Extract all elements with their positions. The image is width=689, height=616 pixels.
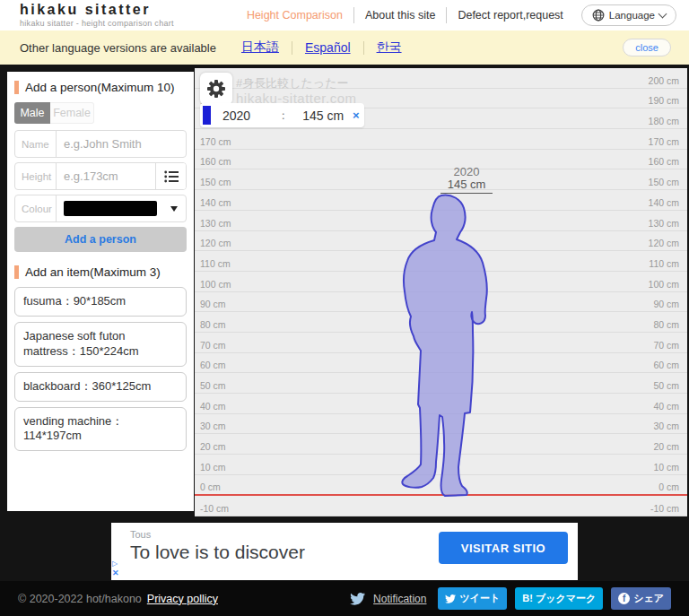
logo-subtitle: hikaku sitatter - height comparison char… [20, 19, 174, 28]
gender-toggle: Male Female [14, 102, 187, 124]
ruler-label-right: -10 cm [650, 503, 679, 514]
add-person-button[interactable]: Add a person [14, 227, 187, 252]
person-chip[interactable]: 2020 ： 145 cm × [200, 103, 364, 127]
twitter-icon [445, 594, 456, 603]
language-links: 日本語 Español 한국 [229, 39, 414, 56]
ruler-label-right: 10 cm [653, 462, 679, 473]
ad-headline[interactable]: To love is to discover [130, 542, 305, 563]
copyright-text: © 2020-2022 hot/hakono [18, 593, 142, 605]
ruler-label-left: -10 cm [200, 503, 229, 514]
add-person-title: Add a person(Maximum 10) [25, 81, 175, 94]
height-preset-list-button[interactable] [155, 163, 186, 189]
ruler-label-left: 0 cm [200, 482, 221, 492]
ruler-label-right: 40 cm [653, 401, 679, 412]
language-link-spanish[interactable]: Español [292, 40, 363, 55]
nav-height-comparison[interactable]: Height Comparison [236, 9, 353, 22]
ruler-label-left: 50 cm [200, 380, 226, 391]
male-button[interactable]: Male [14, 102, 50, 124]
language-bar: Other language versions are available 日本… [0, 30, 689, 65]
ruler-label-right: 50 cm [653, 380, 679, 391]
gear-icon [205, 78, 227, 100]
ruler-label-right: 60 cm [653, 360, 679, 370]
ruler-label-left: 10 cm [200, 462, 226, 473]
ruler-label-left: 110 cm [200, 258, 231, 269]
ruler-label-left: 120 cm [200, 238, 231, 248]
ruler-label-left: 40 cm [200, 401, 226, 412]
chip-person-height: 145 cm [302, 108, 344, 123]
colour-label: Colour [15, 195, 57, 221]
person-silhouette[interactable] [395, 193, 493, 498]
sidebar: Add a person(Maximum 10) Male Female Nam… [7, 72, 194, 511]
ruler-label-left: 140 cm [200, 197, 231, 208]
hatena-bookmark-button[interactable]: B! ブックマーク [515, 587, 603, 610]
ruler-label-right: 170 cm [649, 136, 679, 147]
ruler-label-right: 110 cm [649, 258, 679, 269]
ruler-label-left: 170 cm [200, 136, 231, 147]
ad-cta-button[interactable]: VISITAR SITIO [439, 532, 568, 564]
settings-button[interactable] [200, 73, 232, 105]
ruler-label-left: 150 cm [200, 177, 231, 187]
language-link-japanese[interactable]: 日本語 [229, 39, 292, 56]
footer: © 2020-2022 hot/hakono Privacy pollicy N… [0, 581, 689, 616]
privacy-policy-link[interactable]: Privacy pollicy [147, 593, 218, 605]
triangle-down-icon [170, 206, 178, 212]
name-input[interactable] [57, 131, 186, 157]
item-button-fusuma[interactable]: fusuma：90*185cm [14, 287, 187, 317]
ruler-label-left: 30 cm [200, 421, 226, 431]
bookmark-label: B! ブックマーク [522, 592, 596, 605]
language-dropdown[interactable]: Language [581, 4, 676, 26]
chip-remove-icon[interactable]: × [353, 108, 360, 122]
height-chart: 200 cm200 cm190 cm190 cm180 cm180 cm170 … [195, 68, 687, 516]
ruler-label-left: 70 cm [200, 340, 226, 351]
close-button[interactable]: close [623, 39, 671, 56]
height-row: Height [14, 162, 187, 190]
language-bar-message: Other language versions are available [20, 41, 216, 55]
adchoices-icon[interactable]: ▷ [112, 560, 118, 568]
ruler-label-right: 100 cm [649, 279, 679, 290]
item-button-blackboard[interactable]: blackboard：360*125cm [14, 372, 187, 402]
logo[interactable]: hikaku sitatter hikaku sitatter - height… [20, 3, 174, 28]
ruler-label-right: 130 cm [649, 218, 679, 229]
ruler-label-right: 90 cm [653, 299, 679, 309]
chip-person-name: 2020 [222, 108, 250, 123]
tweet-label: ツイート [459, 592, 500, 605]
ad-banner: Tous To love is to discover VISITAR SITI… [111, 523, 578, 580]
tweet-button[interactable]: ツイート [438, 587, 507, 610]
item-button-vending-machine[interactable]: vending machine：114*197cm [14, 407, 187, 452]
globe-icon [592, 9, 605, 22]
colour-dropdown-arrow[interactable] [162, 195, 186, 221]
ad-close-icon[interactable]: ✕ [112, 569, 119, 577]
ruler-row: 170 cm170 cm [195, 129, 687, 150]
language-link-korean[interactable]: 한국 [364, 39, 414, 56]
ruler-label-left: 60 cm [200, 360, 226, 370]
item-button-futon[interactable]: Japanese soft futon mattress：150*224cm [14, 322, 187, 367]
ruler-label-right: 150 cm [649, 177, 679, 187]
notification-link[interactable]: Notification [373, 593, 426, 605]
add-item-title: Add an item(Maximum 3) [25, 265, 161, 279]
chevron-down-icon [658, 10, 667, 19]
main-nav: Height Comparison About this site Defect… [236, 4, 676, 26]
section-bullet [14, 265, 19, 279]
share-label: シェア [633, 592, 664, 605]
ruler-label-right: 120 cm [649, 238, 679, 248]
header: hikaku sitatter hikaku sitatter - height… [0, 0, 689, 30]
facebook-share-button[interactable]: f シェア [611, 587, 671, 610]
female-button[interactable]: Female [50, 102, 94, 124]
nav-defect-report[interactable]: Defect report,request [447, 9, 573, 22]
ruler-label-right: 20 cm [653, 441, 679, 452]
ruler-row: 200 cm200 cm [195, 68, 687, 89]
nav-about-this-site[interactable]: About this site [354, 9, 447, 22]
ruler-row: -10 cm-10 cm [195, 496, 687, 516]
person-height: 145 cm [440, 178, 493, 191]
section-bullet [14, 81, 19, 94]
person-height-label: 2020 145 cm [440, 166, 493, 194]
ruler-label-right: 200 cm [649, 75, 679, 86]
add-person-section-header: Add a person(Maximum 10) [14, 81, 187, 94]
add-item-section-header: Add an item(Maximum 3) [14, 265, 187, 279]
ruler-label-left: 130 cm [200, 218, 231, 229]
name-label: Name [15, 131, 57, 157]
list-icon [164, 170, 179, 183]
colour-swatch[interactable] [64, 201, 157, 216]
chip-separator: ： [277, 108, 289, 124]
height-input[interactable] [57, 163, 155, 189]
